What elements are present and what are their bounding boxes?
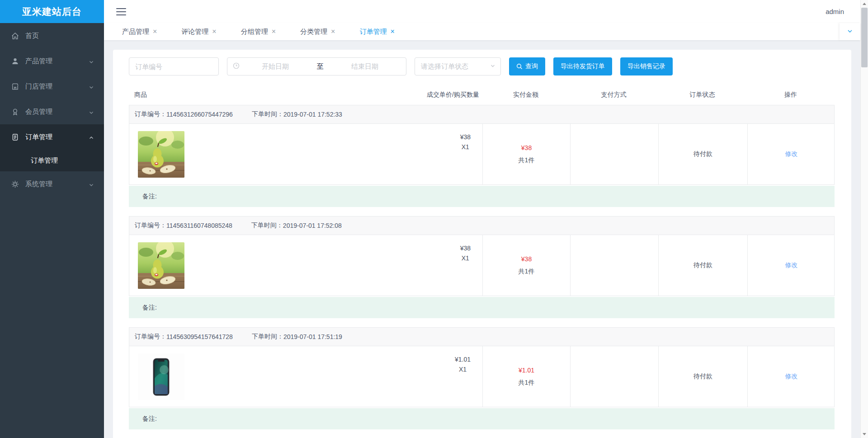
col-header-unit-price-qty: 成交单价/购买数量 [427, 91, 479, 99]
content-area: 开始日期 至 结束日期 请选择订单状态 [104, 40, 860, 438]
tabs-dropdown-button[interactable] [840, 23, 860, 40]
sidebar-item-orders[interactable]: 订单管理 [0, 124, 104, 150]
sidebar-item-home[interactable]: 首页 [0, 23, 104, 48]
chevron-down-icon [490, 63, 496, 71]
date-range-picker[interactable]: 开始日期 至 结束日期 [227, 57, 406, 75]
member-badge-icon [11, 108, 19, 116]
close-icon[interactable]: × [153, 28, 157, 35]
sidebar-item-label: 产品管理 [25, 57, 89, 66]
app-root: 亚米建站后台 首页 产品管理 [0, 0, 868, 438]
app-logo: 亚米建站后台 [0, 0, 104, 23]
scroll-down-arrow[interactable] [861, 430, 868, 438]
action-cell: 修改 [747, 235, 835, 296]
order-group: 订单编号： 1145631266075447296 下单时间： 2019-07-… [129, 105, 835, 207]
edit-link[interactable]: 修改 [785, 150, 798, 158]
order-group-header: 订单编号： 1145631160748085248 下单时间： 2019-07-… [129, 216, 835, 235]
export-pending-orders-button[interactable]: 导出待发货订单 [553, 57, 612, 75]
paid-amount: ¥38 [521, 255, 532, 263]
edit-link[interactable]: 修改 [785, 372, 798, 381]
sidebar-item-label: 会员管理 [25, 108, 89, 116]
user-icon [11, 57, 19, 66]
hamburger-menu-icon[interactable] [116, 8, 126, 15]
product-image[interactable] [138, 353, 184, 400]
status-badge: 待付款 [693, 261, 712, 269]
remark-label: 备注: [142, 304, 157, 312]
sidebar-item-label: 订单管理 [25, 133, 89, 141]
order-no-label: 订单编号： [135, 110, 166, 118]
product-image[interactable] [138, 131, 184, 178]
order-no-label: 订单编号： [135, 333, 166, 341]
gear-icon [11, 180, 19, 188]
vertical-scrollbar[interactable] [860, 0, 868, 438]
main-area: admin 产品管理 × 评论管理 × 分组管理 × 分类管理 × 订单管理 × [104, 0, 860, 438]
paid-amount: ¥1.01 [519, 367, 534, 374]
tab-product-management[interactable]: 产品管理 × [110, 23, 169, 40]
order-no-input[interactable] [129, 57, 219, 75]
shop-icon [11, 82, 19, 91]
sidebar-item-system[interactable]: 系统管理 [0, 171, 104, 197]
paid-amount-cell: ¥38 共1件 [482, 124, 570, 184]
pay-method-cell [570, 235, 658, 296]
pear-product-image [138, 242, 184, 289]
chevron-down-icon [89, 181, 94, 187]
sidebar-item-label: 门店管理 [25, 82, 89, 91]
order-no-value: 1145631160748085248 [166, 222, 232, 229]
filter-bar: 开始日期 至 结束日期 请选择订单状态 [129, 57, 835, 75]
sidebar-item-products[interactable]: 产品管理 [0, 48, 104, 74]
order-status-select[interactable]: 请选择订单状态 [415, 57, 501, 75]
col-header-paid-amount: 实付金额 [482, 91, 570, 99]
order-no-value: 1145630954157641728 [166, 333, 233, 340]
unit-price: ¥38 [460, 243, 471, 253]
order-group: 订单编号： 1145630954157641728 下单时间： 2019-07-… [129, 327, 835, 429]
current-user[interactable]: admin [826, 8, 844, 15]
order-time-value: 2019-07-01 17:51:19 [283, 333, 342, 340]
tab-order-management[interactable]: 订单管理 × [347, 23, 406, 40]
order-no-value: 1145631266075447296 [166, 111, 233, 118]
scroll-up-arrow[interactable] [861, 0, 868, 8]
pay-method-cell [570, 346, 658, 407]
edit-link[interactable]: 修改 [785, 261, 798, 269]
product-image[interactable] [138, 242, 184, 289]
order-status-cell: 待付款 [658, 124, 747, 184]
search-button[interactable]: 查询 [509, 57, 545, 75]
export-sales-records-button[interactable]: 导出销售记录 [620, 57, 673, 75]
product-cell: ¥38 X1 [129, 235, 482, 296]
unit-price-qty: ¥1.01 X1 [455, 353, 471, 374]
order-row: ¥38 X1 ¥38 共1件 待付款 修改 [129, 235, 835, 296]
tab-label: 分组管理 [241, 28, 268, 36]
unit-price: ¥1.01 [455, 354, 471, 364]
end-date-placeholder: 结束日期 [329, 62, 401, 71]
order-time-label: 下单时间： [252, 110, 283, 118]
item-count: 共1件 [519, 268, 535, 276]
col-header-order-status: 订单状态 [658, 91, 747, 99]
sidebar-item-members[interactable]: 会员管理 [0, 99, 104, 124]
tabs-bar: 产品管理 × 评论管理 × 分组管理 × 分类管理 × 订单管理 × [104, 23, 860, 40]
clock-icon [233, 62, 240, 71]
status-badge: 待付款 [693, 372, 712, 381]
phone-product-image [138, 353, 184, 400]
close-icon[interactable]: × [331, 28, 335, 35]
quantity: X1 [455, 364, 471, 374]
sidebar-subitem-order-management[interactable]: 订单管理 [0, 150, 104, 171]
action-cell: 修改 [747, 346, 835, 407]
close-icon[interactable]: × [272, 28, 276, 35]
close-icon[interactable]: × [390, 28, 394, 35]
tab-label: 评论管理 [181, 28, 208, 36]
scrollbar-thumb[interactable] [861, 8, 868, 67]
chevron-down-icon [847, 28, 853, 36]
order-group-header: 订单编号： 1145631266075447296 下单时间： 2019-07-… [129, 105, 835, 124]
tab-comment-management[interactable]: 评论管理 × [169, 23, 228, 40]
unit-price: ¥38 [460, 132, 471, 142]
close-icon[interactable]: × [212, 28, 216, 35]
order-list: 订单编号： 1145631266075447296 下单时间： 2019-07-… [129, 105, 835, 429]
order-time-label: 下单时间： [252, 333, 283, 341]
sidebar-item-stores[interactable]: 门店管理 [0, 74, 104, 99]
item-count: 共1件 [519, 379, 535, 387]
tab-category-management[interactable]: 分类管理 × [288, 23, 347, 40]
col-header-action: 操作 [747, 91, 835, 99]
chevron-down-icon [89, 109, 94, 114]
chevron-down-icon [89, 84, 94, 89]
search-icon [516, 63, 523, 70]
tab-group-management[interactable]: 分组管理 × [229, 23, 288, 40]
sidebar-item-label: 系统管理 [25, 180, 89, 188]
